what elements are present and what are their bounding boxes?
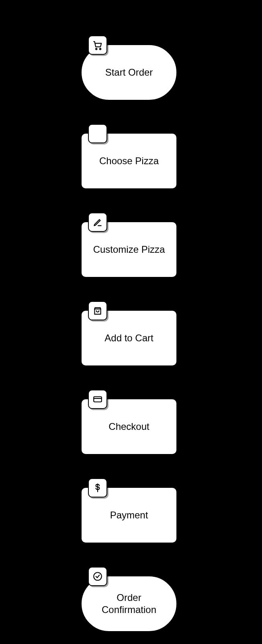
card-icon [88,390,107,409]
node-add-to-cart: Add to Cart [81,310,181,370]
connector [131,280,131,303]
node-label: Add to Cart [104,332,153,344]
check-icon [88,567,107,586]
flowchart: Start Order Choose Pizza Customize Pizza… [79,44,183,636]
dollar-icon [88,478,107,497]
cart-icon [88,35,107,55]
node-label: Order Confirmation [90,592,168,616]
node-choose-pizza: Choose Pizza [81,133,181,193]
node-customize-pizza: Customize Pizza [81,221,181,282]
connector [131,546,131,568]
connector [131,192,131,214]
connector [131,369,131,391]
svg-point-1 [100,48,101,50]
node-label: Payment [110,509,148,521]
connector [131,103,131,126]
node-label: Checkout [108,421,149,433]
connector [131,457,131,480]
node-label: Start Order [105,66,153,78]
svg-point-0 [96,48,97,50]
blank-icon [88,124,107,143]
node-start-order: Start Order [81,44,181,105]
node-order-confirmation: Order Confirmation [81,576,181,636]
node-label: Choose Pizza [99,155,159,167]
svg-rect-2 [94,397,102,402]
pencil-icon [88,213,107,232]
svg-point-3 [94,572,102,580]
bag-icon [88,301,107,320]
node-checkout: Checkout [81,398,181,459]
node-payment: Payment [81,487,181,547]
node-label: Customize Pizza [93,244,165,256]
